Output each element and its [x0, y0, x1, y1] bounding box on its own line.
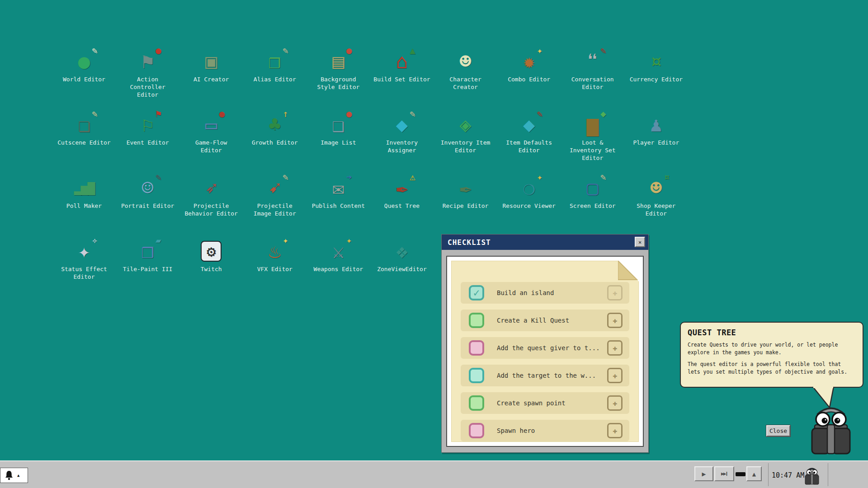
- action-controller-editor-icon: ⚑●: [133, 47, 162, 73]
- clock: 10:47 AM: [772, 461, 804, 488]
- desktop-icon-zone-view-editor[interactable]: ❖ZoneViewEditor: [370, 237, 434, 300]
- desktop-icon-label: Loot & Inventory Set Editor: [570, 139, 616, 162]
- add-step-button[interactable]: ✚: [607, 313, 623, 328]
- desktop-icon-combo-editor[interactable]: ✹✦Combo Editor: [497, 47, 561, 110]
- add-step-button[interactable]: ✚: [607, 285, 623, 300]
- desktop-icon-currency-editor[interactable]: ¤Currency Editor: [624, 47, 688, 110]
- checkbox-unchecked[interactable]: [469, 368, 484, 383]
- desktop-icon-item-defaults-editor[interactable]: ◆✎Item Defaults Editor: [497, 110, 561, 174]
- desktop-icon-inventory-item-editor[interactable]: ◈Inventory Item Editor: [434, 110, 497, 174]
- portrait-editor-icon: ☺✎: [133, 174, 162, 200]
- background-style-editor-icon: ▤●: [324, 47, 353, 73]
- desktop-icon-character-creator[interactable]: ☻Character Creator: [434, 47, 497, 110]
- tile-paint-iii-icon: ❒▰: [133, 237, 162, 263]
- checkbox-unchecked[interactable]: [469, 423, 484, 438]
- desktop-icon-label: Conversation Editor: [571, 75, 614, 91]
- desktop-icon-poll-maker[interactable]: ▂▅▇Poll Maker: [52, 174, 116, 237]
- desktop-icon-conversation-editor[interactable]: ❝✎Conversation Editor: [561, 47, 624, 110]
- desktop-icon-screen-editor[interactable]: ▢✎Screen Editor: [561, 174, 624, 237]
- alias-editor-icon: ❐✎: [260, 47, 289, 73]
- desktop-icon-ai-creator[interactable]: ▣AI Creator: [179, 47, 243, 110]
- conversation-editor-icon: ❝✎: [578, 47, 607, 73]
- desktop-icon-label: ZoneViewEditor: [377, 265, 427, 273]
- slider-handle[interactable]: [736, 472, 745, 476]
- eject-icon: ▲: [752, 470, 756, 478]
- desktop-icon-world-editor[interactable]: ●✎World Editor: [52, 47, 116, 110]
- desktop-icon-label: Resource Viewer: [502, 202, 555, 210]
- twitch-icon: ⚙: [197, 237, 226, 263]
- desktop-icon-image-list[interactable]: ❑●Image List: [307, 110, 370, 174]
- checklist-item-label: Create a Kill Quest: [497, 317, 569, 324]
- desktop-icon-label: Tile-Paint III: [123, 265, 173, 273]
- desktop-icon-recipe-editor[interactable]: ✒Recipe Editor: [434, 174, 497, 237]
- combo-editor-icon: ✹✦: [514, 47, 543, 73]
- vfx-editor-icon: ♨✦: [260, 237, 289, 263]
- desktop-icon-growth-editor[interactable]: ♣↑Growth Editor: [243, 110, 307, 174]
- desktop-icon-label: Recipe Editor: [443, 202, 489, 210]
- checklist-close-button[interactable]: ✕: [635, 237, 645, 247]
- desktop-icon-label: Inventory Item Editor: [441, 139, 491, 154]
- checklist-titlebar[interactable]: CHECKLIST ✕: [442, 235, 648, 250]
- add-step-button[interactable]: ✚: [607, 395, 623, 411]
- event-editor-icon: ⚐⚑: [133, 110, 162, 136]
- checkbox-unchecked[interactable]: [469, 395, 484, 411]
- desktop-icon-label: Game-Flow Editor: [195, 139, 227, 154]
- desktop-icon-status-effect-editor[interactable]: ✦✧Status Effect Editor: [52, 237, 116, 300]
- checklist-item-label: Build an island: [497, 289, 554, 296]
- checklist-row: Add the target to the w...✚: [461, 365, 629, 386]
- publish-content-icon: ✉➔: [324, 174, 353, 200]
- game-flow-editor-icon: ▭●: [197, 110, 226, 136]
- desktop-icon-resource-viewer[interactable]: ❍✦Resource Viewer: [497, 174, 561, 237]
- desktop-icon-loot-inventory-set-editor[interactable]: ▆◆Loot & Inventory Set Editor: [561, 110, 624, 174]
- binoculars-tray-icon[interactable]: [803, 465, 821, 485]
- checklist-panel: ✓Build an island✚Create a Kill Quest✚Add…: [446, 256, 644, 447]
- checklist-item-label: Add the quest giver to t...: [497, 344, 600, 352]
- desktop-icon-weapons-editor[interactable]: ⚔✦Weapons Editor: [307, 237, 370, 300]
- desktop-icon-cutscene-editor[interactable]: ❏✎Cutscene Editor: [52, 110, 116, 174]
- desktop-icon-game-flow-editor[interactable]: ▭●Game-Flow Editor: [179, 110, 243, 174]
- desktop-icon-quest-tree[interactable]: ✒⚠Quest Tree: [370, 174, 434, 237]
- status-effect-editor-icon: ✦✧: [70, 237, 99, 263]
- assistant-close-button[interactable]: Close: [766, 425, 790, 436]
- desktop-icon-shop-keeper-editor[interactable]: ☻¤Shop Keeper Editor: [624, 174, 688, 237]
- growth-editor-icon: ♣↑: [260, 110, 289, 136]
- desktop-icon-player-editor[interactable]: ♟Player Editor: [624, 110, 688, 174]
- desktop-icon-tile-paint-iii[interactable]: ❒▰Tile-Paint III: [116, 237, 179, 300]
- desktop-icon-label: AI Creator: [193, 75, 229, 83]
- player-editor-icon: ♟: [642, 110, 670, 136]
- desktop-icon-projectile-image-editor[interactable]: ➹✎Projectile Image Editor: [243, 174, 307, 237]
- desktop-icon-projectile-behavior-editor[interactable]: ➶Projectile Behavior Editor: [179, 174, 243, 237]
- desktop-icon-label: Inventory Assigner: [386, 139, 418, 154]
- add-step-button[interactable]: ✚: [607, 340, 623, 356]
- item-defaults-editor-icon: ◆✎: [514, 110, 543, 136]
- assistant-bubble-paragraph-2: The quest editor is a powerful flexible …: [688, 361, 856, 376]
- desktop-icon-label: Image List: [321, 139, 356, 146]
- desktop-icon-twitch[interactable]: ⚙Twitch: [179, 237, 243, 300]
- notifications-box[interactable]: ▲: [0, 468, 28, 483]
- desktop-icon-background-style-editor[interactable]: ▤●Background Style Editor: [307, 47, 370, 110]
- desktop-icon-portrait-editor[interactable]: ☺✎Portrait Editor: [116, 174, 179, 237]
- resource-viewer-icon: ❍✦: [514, 174, 543, 200]
- play-button[interactable]: ▶: [694, 466, 713, 481]
- checkbox-checked[interactable]: ✓: [469, 285, 484, 300]
- desktop-icon-publish-content[interactable]: ✉➔Publish Content: [307, 174, 370, 237]
- desktop-icon-build-set-editor[interactable]: ⌂▲Build Set Editor: [370, 47, 434, 110]
- character-creator-icon: ☻: [451, 47, 480, 73]
- add-step-button[interactable]: ✚: [607, 423, 623, 438]
- desktop-icon-label: Combo Editor: [508, 75, 550, 83]
- desktop-icon-label: Cutscene Editor: [57, 139, 110, 146]
- checklist-row: Create a Kill Quest✚: [461, 310, 629, 331]
- desktop-icon-inventory-assigner[interactable]: ◆✎Inventory Assigner: [370, 110, 434, 174]
- desktop-icon-event-editor[interactable]: ⚐⚑Event Editor: [116, 110, 179, 174]
- eject-button[interactable]: ▲: [746, 466, 762, 481]
- skip-button[interactable]: ▶▶❙: [714, 466, 734, 481]
- checkbox-unchecked[interactable]: [469, 313, 484, 328]
- checkbox-unchecked[interactable]: [469, 340, 484, 356]
- binoculars-mascot[interactable]: [807, 400, 854, 456]
- desktop-icon-action-controller-editor[interactable]: ⚑●Action Controller Editor: [116, 47, 179, 110]
- desktop-icon-label: Status Effect Editor: [61, 265, 107, 281]
- add-step-button[interactable]: ✚: [607, 368, 623, 383]
- close-icon: ✕: [638, 239, 642, 245]
- desktop-icon-alias-editor[interactable]: ❐✎Alias Editor: [243, 47, 307, 110]
- desktop-icon-vfx-editor[interactable]: ♨✦VFX Editor: [243, 237, 307, 300]
